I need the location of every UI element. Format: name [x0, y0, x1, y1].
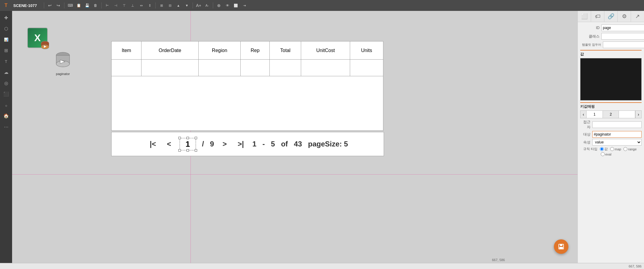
template-input[interactable]	[603, 41, 644, 48]
total-records: 43	[294, 140, 302, 148]
mapping-tab-1[interactable]: 1	[587, 111, 603, 118]
right-panel-body: ID 클래스 템플릿 접두어 값 키값매핑 ‹ 1	[578, 22, 644, 263]
next-page-button[interactable]: >	[220, 139, 229, 149]
mapping-tab-2[interactable]: 2	[603, 111, 619, 118]
sidebar-item-table[interactable]: ⊞	[2, 46, 11, 55]
bring-front-icon[interactable]: ▲	[175, 2, 182, 9]
save-icon[interactable]: 💾	[83, 2, 91, 9]
sidebar-item-media[interactable]: ◎	[2, 79, 11, 88]
fab-save-button[interactable]	[554, 239, 568, 254]
radio-value[interactable]	[600, 147, 604, 151]
property-label: 속성	[580, 140, 592, 145]
keyboard-icon[interactable]: ⌨	[67, 2, 74, 9]
table-empty-area	[111, 76, 383, 131]
page-number-input[interactable]	[182, 139, 193, 149]
id-label: ID	[580, 26, 601, 30]
paginator-bar: |< < / 9 > >|	[111, 132, 384, 156]
align-center-icon[interactable]: ⊣	[112, 2, 119, 9]
data-table: Item OrderDate Region Rep Total UnitCost…	[111, 41, 383, 76]
prev-page-button[interactable]: <	[164, 139, 174, 149]
of-label: of	[281, 140, 288, 148]
radio-range-label[interactable]: range	[623, 147, 636, 151]
excel-datasource-icon[interactable]: X	[27, 28, 49, 49]
toolbar-separator-3	[101, 2, 102, 8]
mapping-tab-prev[interactable]: ‹	[581, 111, 587, 118]
property-select[interactable]: value	[592, 139, 642, 146]
mapping-tab-next[interactable]: ›	[635, 111, 641, 118]
mapping-tab-spacer	[619, 111, 635, 118]
ungroup-icon[interactable]: ⊟	[166, 2, 174, 9]
sidebar-item-chart[interactable]: 📊	[2, 35, 11, 44]
coord-display: 667, 586	[492, 258, 505, 262]
cell-rep-1	[241, 60, 269, 76]
handle-bl	[178, 149, 181, 152]
sidebar-item-more[interactable]: ⋯	[2, 122, 11, 131]
status-bar: 667, 586	[0, 263, 644, 269]
add-icon[interactable]: ⊕	[215, 2, 223, 9]
text-larger-icon[interactable]: A+	[195, 2, 202, 9]
sidebar-item-shape[interactable]: ⬡	[2, 24, 11, 33]
distribute-h-icon[interactable]: ⇔	[138, 2, 145, 9]
window-icon[interactable]: ⬜	[232, 2, 239, 9]
undo-icon[interactable]: ↩	[46, 2, 54, 9]
handle-tl	[178, 137, 181, 139]
data-table-container: Item OrderDate Region Rep Total UnitCost…	[111, 41, 383, 131]
panel-tab-export[interactable]: ↗	[631, 11, 644, 22]
sidebar-item-text[interactable]: T	[2, 57, 11, 66]
class-input[interactable]	[601, 33, 644, 40]
text-smaller-icon[interactable]: A-	[203, 2, 211, 9]
radio-eval[interactable]	[601, 152, 605, 156]
align-top-icon[interactable]: ⊥	[129, 2, 136, 9]
sidebar-item-cloud[interactable]: ☁	[2, 68, 11, 77]
radio-eval-label[interactable]: eval	[601, 152, 611, 156]
sidebar-item-cursor[interactable]: ✛	[2, 13, 11, 22]
col-unitcost: UnitCost	[301, 41, 350, 60]
radio-map[interactable]	[610, 147, 614, 151]
radio-map-label[interactable]: map	[610, 147, 621, 151]
guide-horizontal	[12, 174, 577, 175]
preview-icon[interactable]: 👁	[224, 2, 231, 9]
color-preview	[580, 58, 642, 100]
delete-icon[interactable]: 🗑	[92, 2, 99, 9]
toolbar-separator-5	[193, 2, 193, 8]
top-toolbar: T SCENE-1077 ↩ ↪ ⌨ 📋 💾 🗑 ⊢ ⊣ ⊤ ⊥ ⇔ ⇕ ⊞ ⊟…	[0, 0, 644, 11]
toolbar-separator-2	[64, 2, 64, 8]
redo-icon[interactable]: ↪	[55, 2, 62, 9]
paginator-component-icon[interactable]: paginator	[51, 50, 75, 76]
distribute-v-icon[interactable]: ⇕	[146, 2, 153, 9]
col-item: Item	[112, 41, 141, 60]
col-region: Region	[198, 41, 240, 60]
panel-tab-settings[interactable]: ⚙	[618, 11, 631, 22]
app-logo-icon[interactable]: T	[2, 2, 10, 9]
copy-icon[interactable]: 📋	[75, 2, 82, 9]
prop-id-row: ID	[580, 25, 642, 31]
id-input[interactable]	[601, 25, 644, 31]
send-back-icon[interactable]: ▼	[183, 2, 190, 9]
canvas-content: X	[12, 11, 577, 263]
col-total: Total	[269, 41, 301, 60]
align-left-icon[interactable]: ⊢	[104, 2, 111, 9]
toolbar-separator-6	[213, 2, 213, 8]
sidebar-item-home[interactable]: 🏠	[2, 111, 11, 120]
last-page-button[interactable]: >|	[235, 139, 246, 149]
target-input[interactable]	[592, 131, 642, 138]
align-right-icon[interactable]: ⊤	[121, 2, 128, 9]
radio-range[interactable]	[623, 147, 627, 151]
sidebar-item-rect[interactable]: ⬛	[2, 90, 11, 99]
tab-icon[interactable]: ⇥	[241, 2, 248, 9]
page-size-label: pageSize: 5	[308, 140, 348, 148]
cell-total-1	[269, 60, 301, 76]
panel-tab-tag[interactable]: 🏷	[591, 11, 604, 22]
mapping-section-title: 키값매핑	[580, 102, 642, 109]
right-panel-tabs: ⬜ 🏷 🔗 ⚙ ↗	[578, 11, 644, 22]
panel-tab-link[interactable]: 🔗	[604, 11, 618, 22]
panel-tab-component[interactable]: ⬜	[578, 11, 591, 22]
sidebar-item-diamond[interactable]: ⬦	[2, 100, 11, 110]
canvas-area[interactable]: X	[12, 11, 577, 263]
accessor-input[interactable]	[592, 121, 642, 128]
right-panel: ⬜ 🏷 🔗 ⚙ ↗ ID 클래스 템플릿 접두어 값	[577, 11, 644, 263]
group-icon[interactable]: ⊞	[158, 2, 165, 9]
left-sidebar: ✛ ⬡ 📊 ⊞ T ☁ ◎ ⬛ ⬦ 🏠 ⋯	[0, 11, 12, 263]
radio-value-label[interactable]: 값	[600, 147, 608, 151]
first-page-button[interactable]: |<	[147, 139, 158, 149]
